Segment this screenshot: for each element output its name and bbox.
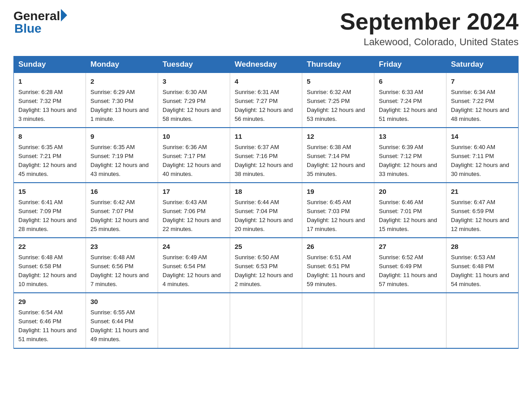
calendar-day-25: 25 Sunrise: 6:50 AM Sunset: 6:53 PM Dayl… [230, 238, 302, 293]
day-number: 30 [90, 297, 153, 307]
calendar-day-27: 27 Sunrise: 6:52 AM Sunset: 6:49 PM Dayl… [374, 238, 446, 293]
day-info: Sunrise: 6:38 AM Sunset: 7:14 PM Dayligh… [307, 143, 369, 179]
day-info: Sunrise: 6:50 AM Sunset: 6:53 PM Dayligh… [235, 253, 297, 289]
calendar-day-8: 8 Sunrise: 6:35 AM Sunset: 7:21 PM Dayli… [14, 128, 86, 183]
day-info: Sunrise: 6:32 AM Sunset: 7:25 PM Dayligh… [307, 88, 369, 124]
calendar-day-29: 29 Sunrise: 6:54 AM Sunset: 6:46 PM Dayl… [14, 293, 86, 348]
logo-arrow-icon [61, 9, 67, 21]
day-number: 14 [451, 132, 514, 142]
day-info: Sunrise: 6:33 AM Sunset: 7:24 PM Dayligh… [379, 88, 442, 124]
day-info: Sunrise: 6:47 AM Sunset: 6:59 PM Dayligh… [451, 198, 514, 234]
calendar-week-4: 22 Sunrise: 6:48 AM Sunset: 6:58 PM Dayl… [14, 238, 519, 293]
day-info: Sunrise: 6:39 AM Sunset: 7:12 PM Dayligh… [379, 143, 442, 179]
calendar-day-4: 4 Sunrise: 6:31 AM Sunset: 7:27 PM Dayli… [230, 73, 302, 128]
day-info: Sunrise: 6:31 AM Sunset: 7:27 PM Dayligh… [235, 88, 297, 124]
day-number: 19 [307, 187, 369, 197]
month-title: September 2024 [340, 9, 519, 34]
calendar-day-2: 2 Sunrise: 6:29 AM Sunset: 7:30 PM Dayli… [86, 73, 158, 128]
page-header: General Blue September 2024 Lakewood, Co… [13, 9, 519, 48]
day-info: Sunrise: 6:40 AM Sunset: 7:11 PM Dayligh… [451, 143, 514, 179]
header-wednesday: Wednesday [230, 56, 302, 73]
calendar-empty-cell [302, 293, 374, 348]
logo: General Blue [13, 9, 67, 36]
day-info: Sunrise: 6:35 AM Sunset: 7:21 PM Dayligh… [18, 143, 81, 179]
calendar-day-7: 7 Sunrise: 6:34 AM Sunset: 7:22 PM Dayli… [446, 73, 519, 128]
calendar-week-1: 1 Sunrise: 6:28 AM Sunset: 7:32 PM Dayli… [14, 73, 519, 128]
calendar-day-20: 20 Sunrise: 6:46 AM Sunset: 7:01 PM Dayl… [374, 183, 446, 238]
calendar-empty-cell [446, 293, 519, 348]
calendar-day-3: 3 Sunrise: 6:30 AM Sunset: 7:29 PM Dayli… [158, 73, 230, 128]
calendar-day-23: 23 Sunrise: 6:48 AM Sunset: 6:56 PM Dayl… [86, 238, 158, 293]
header-sunday: Sunday [14, 56, 86, 73]
day-number: 8 [18, 132, 81, 142]
calendar-week-2: 8 Sunrise: 6:35 AM Sunset: 7:21 PM Dayli… [14, 128, 519, 183]
day-number: 5 [307, 77, 369, 87]
day-number: 24 [163, 242, 225, 252]
day-number: 21 [451, 187, 514, 197]
day-info: Sunrise: 6:45 AM Sunset: 7:03 PM Dayligh… [307, 198, 369, 234]
day-info: Sunrise: 6:48 AM Sunset: 6:58 PM Dayligh… [18, 253, 81, 289]
day-number: 6 [379, 77, 442, 87]
day-number: 2 [90, 77, 153, 87]
calendar-day-15: 15 Sunrise: 6:41 AM Sunset: 7:09 PM Dayl… [14, 183, 86, 238]
header-monday: Monday [86, 56, 158, 73]
calendar-empty-cell [230, 293, 302, 348]
day-number: 4 [235, 77, 297, 87]
calendar-day-28: 28 Sunrise: 6:53 AM Sunset: 6:48 PM Dayl… [446, 238, 519, 293]
calendar-day-17: 17 Sunrise: 6:43 AM Sunset: 7:06 PM Dayl… [158, 183, 230, 238]
header-friday: Friday [374, 56, 446, 73]
calendar-week-5: 29 Sunrise: 6:54 AM Sunset: 6:46 PM Dayl… [14, 293, 519, 348]
calendar-day-22: 22 Sunrise: 6:48 AM Sunset: 6:58 PM Dayl… [14, 238, 86, 293]
day-info: Sunrise: 6:49 AM Sunset: 6:54 PM Dayligh… [163, 253, 225, 289]
day-info: Sunrise: 6:52 AM Sunset: 6:49 PM Dayligh… [379, 253, 442, 289]
calendar-day-19: 19 Sunrise: 6:45 AM Sunset: 7:03 PM Dayl… [302, 183, 374, 238]
day-number: 9 [90, 132, 153, 142]
calendar-table: SundayMondayTuesdayWednesdayThursdayFrid… [13, 56, 519, 348]
day-number: 17 [163, 187, 225, 197]
calendar-day-18: 18 Sunrise: 6:44 AM Sunset: 7:04 PM Dayl… [230, 183, 302, 238]
calendar-day-30: 30 Sunrise: 6:55 AM Sunset: 6:44 PM Dayl… [86, 293, 158, 348]
day-number: 11 [235, 132, 297, 142]
day-info: Sunrise: 6:29 AM Sunset: 7:30 PM Dayligh… [90, 88, 153, 124]
calendar-day-24: 24 Sunrise: 6:49 AM Sunset: 6:54 PM Dayl… [158, 238, 230, 293]
day-number: 22 [18, 242, 81, 252]
calendar-day-26: 26 Sunrise: 6:51 AM Sunset: 6:51 PM Dayl… [302, 238, 374, 293]
day-info: Sunrise: 6:54 AM Sunset: 6:46 PM Dayligh… [18, 308, 81, 344]
title-section: September 2024 Lakewood, Colorado, Unite… [340, 9, 519, 48]
day-info: Sunrise: 6:37 AM Sunset: 7:16 PM Dayligh… [235, 143, 297, 179]
day-number: 15 [18, 187, 81, 197]
calendar-header-row: SundayMondayTuesdayWednesdayThursdayFrid… [14, 56, 519, 73]
day-info: Sunrise: 6:46 AM Sunset: 7:01 PM Dayligh… [379, 198, 442, 234]
day-info: Sunrise: 6:30 AM Sunset: 7:29 PM Dayligh… [163, 88, 225, 124]
day-info: Sunrise: 6:51 AM Sunset: 6:51 PM Dayligh… [307, 253, 369, 289]
logo-blue-text: Blue [14, 21, 42, 36]
header-thursday: Thursday [302, 56, 374, 73]
day-info: Sunrise: 6:41 AM Sunset: 7:09 PM Dayligh… [18, 198, 81, 234]
day-number: 3 [163, 77, 225, 87]
location-title: Lakewood, Colorado, United States [340, 36, 519, 48]
calendar-day-9: 9 Sunrise: 6:35 AM Sunset: 7:19 PM Dayli… [86, 128, 158, 183]
calendar-day-11: 11 Sunrise: 6:37 AM Sunset: 7:16 PM Dayl… [230, 128, 302, 183]
header-tuesday: Tuesday [158, 56, 230, 73]
calendar-day-1: 1 Sunrise: 6:28 AM Sunset: 7:32 PM Dayli… [14, 73, 86, 128]
day-info: Sunrise: 6:43 AM Sunset: 7:06 PM Dayligh… [163, 198, 225, 234]
calendar-day-13: 13 Sunrise: 6:39 AM Sunset: 7:12 PM Dayl… [374, 128, 446, 183]
calendar-day-12: 12 Sunrise: 6:38 AM Sunset: 7:14 PM Dayl… [302, 128, 374, 183]
day-info: Sunrise: 6:28 AM Sunset: 7:32 PM Dayligh… [18, 88, 81, 124]
calendar-day-10: 10 Sunrise: 6:36 AM Sunset: 7:17 PM Dayl… [158, 128, 230, 183]
day-number: 27 [379, 242, 442, 252]
day-number: 1 [18, 77, 81, 87]
day-number: 12 [307, 132, 369, 142]
calendar-day-14: 14 Sunrise: 6:40 AM Sunset: 7:11 PM Dayl… [446, 128, 519, 183]
day-number: 29 [18, 297, 81, 307]
day-info: Sunrise: 6:48 AM Sunset: 6:56 PM Dayligh… [90, 253, 153, 289]
day-number: 18 [235, 187, 297, 197]
header-saturday: Saturday [446, 56, 519, 73]
calendar-week-3: 15 Sunrise: 6:41 AM Sunset: 7:09 PM Dayl… [14, 183, 519, 238]
calendar-empty-cell [374, 293, 446, 348]
day-info: Sunrise: 6:35 AM Sunset: 7:19 PM Dayligh… [90, 143, 153, 179]
day-info: Sunrise: 6:53 AM Sunset: 6:48 PM Dayligh… [451, 253, 514, 289]
day-number: 20 [379, 187, 442, 197]
day-info: Sunrise: 6:55 AM Sunset: 6:44 PM Dayligh… [90, 308, 153, 344]
day-info: Sunrise: 6:34 AM Sunset: 7:22 PM Dayligh… [451, 88, 514, 124]
